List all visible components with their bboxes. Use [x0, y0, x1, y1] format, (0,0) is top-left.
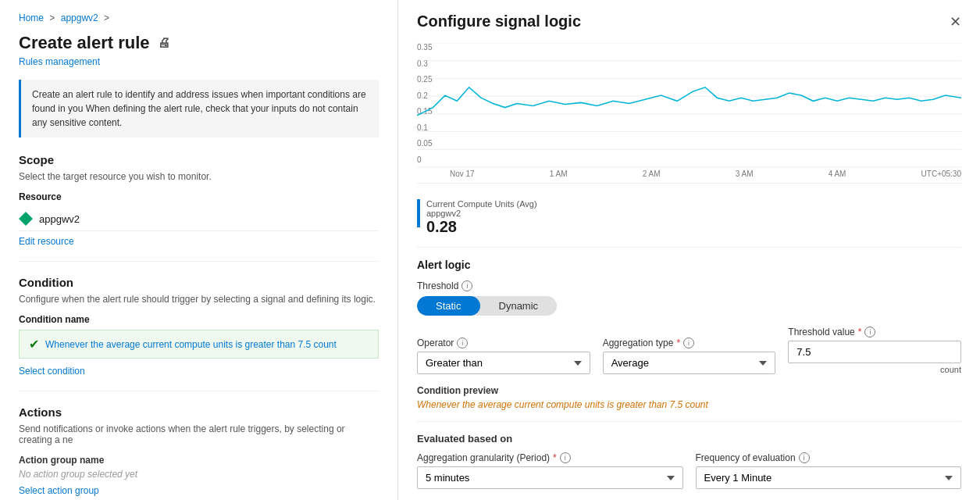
- x-label-nov17: Nov 17: [450, 170, 475, 178]
- threshold-value-field: Threshold value * i count: [788, 327, 961, 374]
- right-panel: Configure signal logic ✕ 0.35 0.3 0.25 0…: [398, 0, 980, 500]
- granularity-label-text: Aggregation granularity (Period): [417, 452, 550, 463]
- condition-preview-text: Whenever the average current compute uni…: [417, 399, 961, 410]
- granularity-required: *: [553, 452, 557, 463]
- threshold-info-icon[interactable]: i: [461, 280, 472, 291]
- aggregation-field: Aggregation type * i Average: [603, 338, 776, 374]
- operator-field: Operator i Greater than: [417, 338, 590, 374]
- evaluated-separator: [417, 421, 961, 422]
- chart-legend-value: 0.28: [426, 218, 537, 236]
- scope-desc: Select the target resource you wish to m…: [19, 171, 379, 182]
- chart-container: 0.35 0.3 0.25 0.2 0.15 0.1 0.05 0: [417, 43, 961, 184]
- breadcrumb: Home > appgwv2 >: [19, 12, 379, 23]
- x-label-2am: 2 AM: [643, 170, 661, 178]
- x-label-4am: 4 AM: [829, 170, 846, 178]
- operator-label-text: Operator: [417, 338, 454, 348]
- granularity-field: Aggregation granularity (Period) * i 5 m…: [417, 452, 683, 489]
- chart-legend: Current Compute Units (Avg) appgwv2 0.28: [417, 196, 961, 236]
- panel-title: Configure signal logic: [417, 12, 581, 30]
- evaluated-title: Evaluated based on: [417, 433, 961, 445]
- frequency-info-icon[interactable]: i: [799, 452, 810, 463]
- aggregation-label: Aggregation type * i: [603, 338, 776, 348]
- condition-text: Whenever the average current compute uni…: [45, 339, 337, 350]
- granularity-info-icon[interactable]: i: [560, 452, 571, 463]
- left-panel: Home > appgwv2 > Create alert rule 🖨 Rul…: [0, 0, 398, 500]
- aggregation-info-icon[interactable]: i: [683, 338, 694, 348]
- select-action-group-link[interactable]: Select action group: [19, 485, 99, 496]
- threshold-value-label: Threshold value * i: [788, 327, 961, 338]
- chart-svg: [417, 43, 961, 168]
- close-button[interactable]: ✕: [950, 13, 961, 30]
- evaluated-section: Evaluated based on Aggregation granulari…: [417, 433, 961, 489]
- condition-name-label: Condition name: [19, 314, 379, 325]
- threshold-row: Threshold i Static Dynamic: [417, 280, 961, 316]
- resource-icon: [19, 212, 33, 226]
- threshold-toggle-group: Static Dynamic: [417, 296, 557, 316]
- panel-header: Configure signal logic ✕: [417, 12, 961, 30]
- aggregation-label-text: Aggregation type: [603, 338, 674, 348]
- operator-label: Operator i: [417, 338, 590, 348]
- threshold-value-info-icon[interactable]: i: [864, 327, 875, 338]
- chart-legend-resource: appgwv2: [426, 209, 537, 218]
- condition-check-icon: ✔: [29, 337, 39, 352]
- print-icon[interactable]: 🖨: [158, 36, 170, 50]
- frequency-label: Frequency of evaluation i: [696, 452, 962, 463]
- x-label-3am: 3 AM: [736, 170, 754, 178]
- condition-desc: Configure when the alert rule should tri…: [19, 294, 379, 305]
- x-label-1am: 1 AM: [550, 170, 568, 178]
- breadcrumb-app[interactable]: appgwv2: [61, 12, 98, 23]
- condition-name-box: ✔ Whenever the average current compute u…: [19, 330, 379, 359]
- actions-title: Actions: [19, 405, 379, 419]
- operator-info-icon[interactable]: i: [457, 338, 468, 348]
- threshold-value-label-text: Threshold value: [788, 327, 854, 338]
- aggregation-select[interactable]: Average: [603, 352, 776, 374]
- static-toggle-button[interactable]: Static: [417, 296, 480, 316]
- condition-preview-title: Condition preview: [417, 385, 961, 396]
- frequency-label-text: Frequency of evaluation: [696, 452, 796, 463]
- threshold-value-input[interactable]: [788, 341, 961, 363]
- divider-2: [19, 391, 379, 391]
- scope-title: Scope: [19, 153, 379, 166]
- chart-separator: [417, 247, 961, 248]
- condition-title: Condition: [19, 276, 379, 289]
- threshold-label: Threshold i: [417, 280, 961, 291]
- condition-preview: Condition preview Whenever the average c…: [417, 385, 961, 410]
- resource-label: Resource: [19, 191, 379, 202]
- resource-row: appgwv2: [19, 207, 379, 231]
- frequency-select[interactable]: Every 1 Minute: [696, 466, 962, 489]
- granularity-select[interactable]: 5 minutes: [417, 466, 683, 489]
- rules-management-link[interactable]: Rules management: [19, 56, 379, 67]
- no-action-text: No action group selected yet: [19, 469, 379, 480]
- alert-logic-title: Alert logic: [417, 259, 961, 271]
- operator-row: Operator i Greater than Aggregation type…: [417, 327, 961, 374]
- chart-x-labels: Nov 17 1 AM 2 AM 3 AM 4 AM UTC+05:30: [417, 168, 961, 178]
- select-condition-link[interactable]: Select condition: [19, 366, 85, 377]
- aggregation-required: *: [676, 338, 680, 348]
- breadcrumb-sep1: >: [49, 12, 55, 23]
- x-label-utc: UTC+05:30: [921, 170, 961, 178]
- breadcrumb-sep2: >: [104, 12, 109, 23]
- resource-name: appgwv2: [39, 213, 80, 225]
- info-box: Create an alert rule to identify and add…: [19, 80, 379, 138]
- page-title-text: Create alert rule: [19, 33, 150, 53]
- threshold-unit-text: count: [788, 365, 961, 374]
- action-group-label: Action group name: [19, 455, 379, 466]
- breadcrumb-home[interactable]: Home: [19, 12, 44, 23]
- divider-1: [19, 261, 379, 262]
- actions-desc: Send notifications or invoke actions whe…: [19, 423, 379, 445]
- frequency-field: Frequency of evaluation i Every 1 Minute: [696, 452, 962, 489]
- chart-legend-bar: [417, 199, 420, 227]
- edit-resource-link[interactable]: Edit resource: [19, 236, 379, 247]
- chart-legend-label: Current Compute Units (Avg): [426, 199, 537, 209]
- operator-select[interactable]: Greater than: [417, 352, 590, 374]
- info-text: Create an alert rule to identify and add…: [32, 89, 366, 128]
- eval-row: Aggregation granularity (Period) * i 5 m…: [417, 452, 961, 489]
- chart-legend-details: Current Compute Units (Avg) appgwv2 0.28: [426, 199, 537, 236]
- dynamic-toggle-button[interactable]: Dynamic: [480, 296, 558, 316]
- granularity-label: Aggregation granularity (Period) * i: [417, 452, 683, 463]
- threshold-label-text: Threshold: [417, 280, 458, 291]
- threshold-value-required: *: [858, 327, 862, 338]
- page-title-row: Create alert rule 🖨: [19, 33, 379, 53]
